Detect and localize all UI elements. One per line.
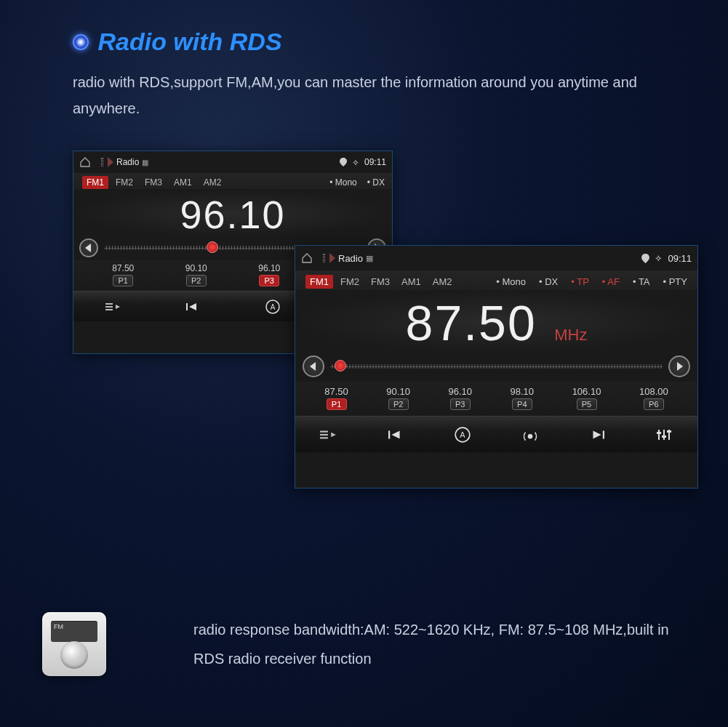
broadcast-button[interactable] (516, 427, 545, 442)
svg-rect-9 (320, 437, 328, 438)
preset-p4[interactable]: 98.10P4 (511, 386, 535, 410)
preset-badge: P1 (113, 275, 133, 286)
svg-text:A: A (270, 303, 275, 311)
svg-rect-8 (320, 433, 328, 435)
band-am2[interactable]: AM2 (428, 275, 457, 289)
breadcrumb-chevron-icon (329, 253, 335, 263)
preset-badge: P4 (512, 398, 532, 410)
prev-track-button[interactable] (178, 302, 207, 312)
bullet-icon (73, 34, 89, 50)
preset-freq: 87.50 (112, 263, 134, 273)
svg-point-13 (527, 433, 532, 438)
preset-badge: P5 (577, 398, 597, 410)
frequency-unit: MHz (554, 326, 587, 344)
dial-pointer-icon[interactable] (335, 360, 346, 371)
frequency-value: 87.50 (406, 294, 537, 351)
svg-rect-2 (105, 309, 113, 310)
option-mono[interactable]: Mono (496, 276, 526, 287)
tune-down-button[interactable] (303, 356, 324, 377)
app-label: Radio (338, 253, 363, 264)
bottom-toolbar: A (295, 416, 697, 452)
preset-p2[interactable]: 90.10P2 (386, 386, 410, 410)
auto-scan-button[interactable]: A (448, 426, 477, 443)
location-icon[interactable] (641, 254, 649, 263)
svg-text:A: A (460, 430, 466, 439)
option-ta[interactable]: TA (633, 276, 650, 287)
preset-p6[interactable]: 108.00P6 (639, 386, 668, 410)
svg-rect-20 (667, 430, 671, 433)
band-fm2[interactable]: FM2 (336, 275, 364, 289)
svg-rect-10 (388, 430, 390, 438)
radio-icon: ▦ (366, 254, 373, 263)
svg-rect-0 (105, 303, 113, 305)
option-mono[interactable]: Mono (329, 177, 357, 188)
svg-rect-19 (662, 435, 666, 438)
option-pty[interactable]: PTY (663, 276, 687, 287)
band-fm2[interactable]: FM2 (111, 176, 137, 189)
preset-freq: 90.10 (386, 386, 410, 397)
preset-freq: 98.10 (511, 386, 535, 397)
status-bar: Radio ▦ ⟡ 09:11 (73, 151, 392, 173)
drawer-button[interactable] (314, 429, 343, 441)
preset-p3[interactable]: 96.10P3 (258, 263, 280, 286)
preset-freq: 87.50 (324, 386, 348, 397)
menu-dots-icon[interactable] (101, 158, 103, 166)
band-fm3[interactable]: FM3 (367, 275, 394, 289)
preset-badge: P6 (644, 398, 664, 410)
preset-badge: P1 (327, 398, 347, 410)
home-icon[interactable] (301, 252, 313, 264)
option-tp[interactable]: TP (571, 276, 589, 287)
radio-icon: ▦ (142, 158, 148, 166)
equalizer-button[interactable] (649, 428, 679, 441)
menu-dots-icon[interactable] (323, 254, 325, 262)
clock: 09:11 (364, 157, 386, 167)
svg-rect-1 (105, 306, 113, 308)
clock: 09:11 (668, 253, 692, 264)
page-subtitle: radio with RDS,support FM,AM,you can mas… (73, 69, 669, 121)
preset-p5[interactable]: 106.10P5 (572, 386, 601, 410)
location-icon[interactable] (340, 158, 347, 166)
option-row: FM1FM2FM3AM1AM2 MonoDXTPAFTAPTY (295, 270, 697, 290)
drawer-button[interactable] (99, 302, 128, 312)
preset-p3[interactable]: 96.10P3 (448, 386, 472, 410)
preset-badge: P3 (450, 398, 471, 410)
dial-pointer-icon[interactable] (207, 241, 218, 253)
option-row: FM1FM2FM3AM1AM2 MonoDX (73, 173, 392, 189)
option-af[interactable]: AF (602, 276, 620, 287)
preset-p1[interactable]: 87.50P1 (324, 386, 348, 410)
band-am2[interactable]: AM2 (199, 176, 226, 189)
band-am1[interactable]: AM1 (169, 176, 196, 189)
band-fm1[interactable]: FM1 (82, 176, 108, 189)
band-fm1[interactable]: FM1 (305, 275, 333, 289)
prev-track-button[interactable] (381, 429, 410, 441)
svg-rect-16 (663, 430, 665, 440)
preset-row: 87.50P190.10P296.10P398.10P4106.10P5108.… (295, 382, 697, 416)
option-dx[interactable]: DX (539, 276, 558, 287)
svg-rect-3 (186, 303, 188, 310)
preset-badge: P3 (259, 275, 279, 286)
bluetooth-icon[interactable]: ⟡ (655, 252, 662, 264)
option-dx[interactable]: DX (367, 177, 385, 188)
tune-down-button[interactable] (79, 238, 98, 257)
home-icon[interactable] (79, 156, 91, 168)
preset-p1[interactable]: 87.50P1 (112, 263, 134, 286)
preset-freq: 96.10 (448, 386, 472, 397)
fm-app-icon: FM (42, 612, 106, 676)
preset-p2[interactable]: 90.10P2 (185, 263, 207, 286)
svg-rect-14 (602, 430, 604, 438)
fm-icon-label: FM (54, 623, 63, 630)
auto-scan-button[interactable]: A (258, 299, 287, 315)
svg-rect-15 (658, 430, 660, 440)
tune-up-button[interactable] (668, 356, 690, 377)
svg-rect-7 (320, 430, 328, 432)
breadcrumb-chevron-icon (108, 157, 113, 167)
status-bar: Radio ▦ ⟡ 09:11 (295, 246, 697, 270)
frequency-display: 96.10 (73, 189, 392, 237)
preset-freq: 108.00 (639, 386, 668, 397)
bluetooth-icon[interactable]: ⟡ (353, 157, 359, 167)
band-am1[interactable]: AM1 (397, 275, 425, 289)
preset-freq: 106.10 (572, 386, 601, 397)
band-fm3[interactable]: FM3 (140, 176, 167, 189)
next-track-button[interactable] (583, 429, 612, 441)
tuning-dial[interactable] (330, 361, 663, 371)
